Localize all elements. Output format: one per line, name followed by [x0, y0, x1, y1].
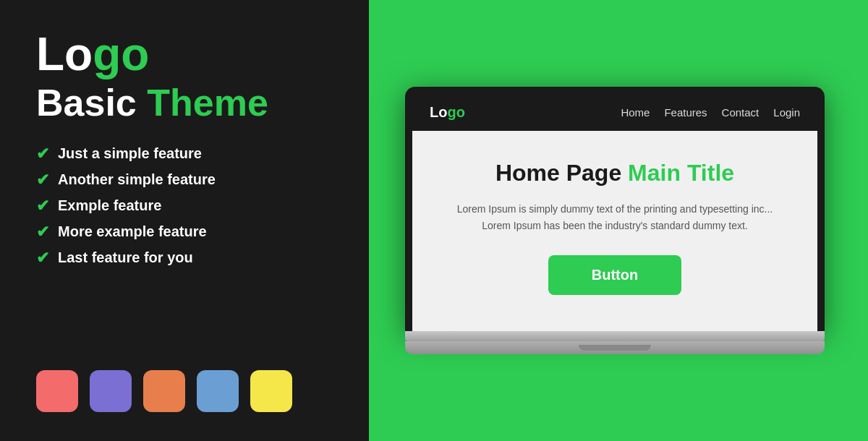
hero-title: Home Page Main Title: [441, 160, 788, 187]
feature-item-3: ✔ Exmple feature: [36, 197, 333, 215]
feature-text-4: More example feature: [58, 223, 207, 240]
feature-item-2: ✔ Another simple feature: [36, 171, 333, 189]
subtitle: Basic Theme: [36, 82, 333, 124]
left-panel: Logo Basic Theme ✔ Just a simple feature…: [0, 0, 369, 441]
right-panel: Logo Home Features Contact Login Home Pa…: [369, 0, 868, 441]
logo-section: Logo Basic Theme: [36, 29, 333, 124]
laptop-base: [405, 331, 825, 341]
purple-swatch[interactable]: [90, 370, 132, 412]
laptop-nav-links: Home Features Contact Login: [621, 106, 800, 119]
orange-swatch[interactable]: [143, 370, 185, 412]
feature-text-5: Last feature for you: [58, 249, 193, 266]
subtitle-green: Theme: [147, 82, 268, 124]
nav-logo-green: go: [447, 104, 464, 120]
nav-logo-black: Lo: [430, 104, 447, 120]
check-icon-5: ✔: [36, 249, 49, 267]
laptop-mockup: Logo Home Features Contact Login Home Pa…: [405, 87, 825, 354]
laptop-screen-outer: Logo Home Features Contact Login Home Pa…: [405, 87, 825, 331]
hero-body-text: Lorem Ipsum is simply dummy text of the …: [448, 201, 781, 234]
hero-title-black: Home Page: [495, 160, 628, 186]
hero-title-green: Main Title: [628, 160, 734, 186]
laptop-screen-bezel: Logo Home Features Contact Login Home Pa…: [412, 94, 817, 331]
laptop-foot: [579, 345, 651, 351]
nav-link-home[interactable]: Home: [621, 106, 650, 119]
feature-text-1: Just a simple feature: [58, 145, 202, 162]
nav-link-features[interactable]: Features: [664, 106, 707, 119]
laptop-nav-logo: Logo: [430, 104, 465, 121]
feature-item-4: ✔ More example feature: [36, 223, 333, 241]
check-icon-2: ✔: [36, 171, 49, 189]
laptop-bottom: [405, 341, 825, 354]
laptop-navbar: Logo Home Features Contact Login: [412, 94, 817, 131]
check-icon-4: ✔: [36, 223, 49, 241]
check-icon-3: ✔: [36, 197, 49, 215]
cta-button[interactable]: Button: [548, 255, 681, 295]
yellow-swatch[interactable]: [250, 370, 292, 412]
feature-text-3: Exmple feature: [58, 197, 161, 214]
subtitle-black: Basic: [36, 82, 147, 124]
main-logo: Logo: [36, 29, 333, 80]
check-icon-1: ✔: [36, 145, 49, 163]
laptop-content: Home Page Main Title Lorem Ipsum is simp…: [412, 131, 817, 331]
feature-item-1: ✔ Just a simple feature: [36, 145, 333, 163]
logo-green: go: [93, 28, 149, 80]
feature-item-5: ✔ Last feature for you: [36, 249, 333, 267]
logo-black: Lo: [36, 28, 93, 80]
feature-text-2: Another simple feature: [58, 171, 216, 188]
nav-link-login[interactable]: Login: [773, 106, 800, 119]
red-swatch[interactable]: [36, 370, 78, 412]
blue-swatch[interactable]: [197, 370, 239, 412]
nav-link-contact[interactable]: Contact: [722, 106, 760, 119]
features-list: ✔ Just a simple feature ✔ Another simple…: [36, 145, 333, 267]
color-swatches: [36, 370, 333, 412]
